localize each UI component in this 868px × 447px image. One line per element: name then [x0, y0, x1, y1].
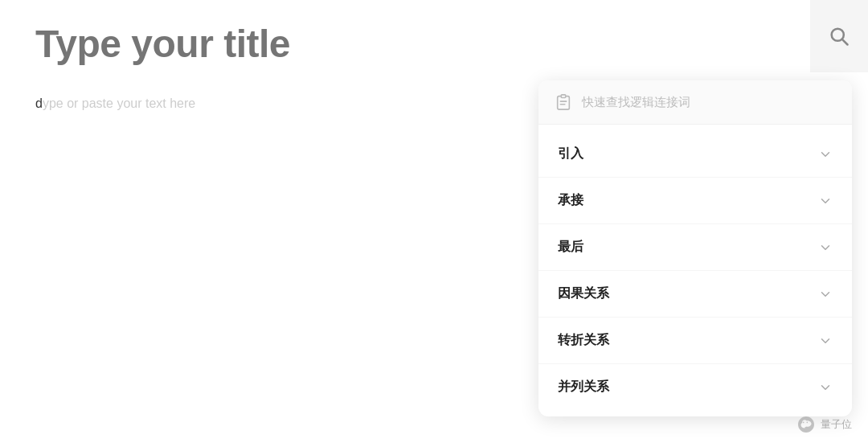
- svg-line-1: [842, 39, 847, 44]
- category-label-contrast: 转折关系: [558, 332, 609, 349]
- chevron-down-icon: [818, 194, 833, 208]
- search-button[interactable]: [810, 0, 868, 72]
- wechat-icon: [796, 415, 816, 434]
- body-placeholder: ype or paste your text here: [43, 96, 195, 110]
- clipboard-icon: [555, 93, 572, 111]
- category-list: 引入承接最后因果关系转折关系并列关系: [538, 125, 852, 416]
- category-item-contrast[interactable]: 转折关系: [538, 318, 852, 364]
- chevron-down-icon: [818, 287, 833, 301]
- category-label-intro: 引入: [558, 146, 583, 162]
- dropdown-panel: 快速查找逻辑连接词 引入承接最后因果关系转折关系并列关系: [538, 80, 852, 416]
- search-icon: [828, 25, 850, 47]
- chevron-down-icon: [818, 147, 833, 162]
- svg-rect-2: [561, 95, 566, 98]
- category-item-causality[interactable]: 因果关系: [538, 271, 852, 318]
- category-label-causality: 因果关系: [558, 285, 609, 302]
- watermark: 量子位: [796, 415, 852, 434]
- category-item-continuation[interactable]: 承接: [538, 178, 852, 224]
- chevron-down-icon: [818, 240, 833, 255]
- chevron-down-icon: [818, 334, 833, 348]
- search-bar-placeholder: 快速查找逻辑连接词: [582, 95, 690, 110]
- category-item-parallel[interactable]: 并列关系: [538, 364, 852, 410]
- category-label-conclusion: 最后: [558, 239, 583, 256]
- main-area: dype or paste your text here 快速查找逻辑连接词 引…: [0, 0, 868, 447]
- title-input[interactable]: [35, 22, 502, 66]
- cursor-char: d: [35, 96, 43, 110]
- category-item-intro[interactable]: 引入: [538, 131, 852, 178]
- search-bar[interactable]: 快速查找逻辑连接词: [538, 80, 852, 125]
- category-label-continuation: 承接: [558, 192, 583, 209]
- body-text-wrapper: dype or paste your text here: [35, 96, 195, 111]
- chevron-down-icon: [818, 380, 833, 395]
- watermark-text: 量子位: [821, 417, 852, 432]
- category-label-parallel: 并列关系: [558, 379, 609, 396]
- category-item-conclusion[interactable]: 最后: [538, 224, 852, 271]
